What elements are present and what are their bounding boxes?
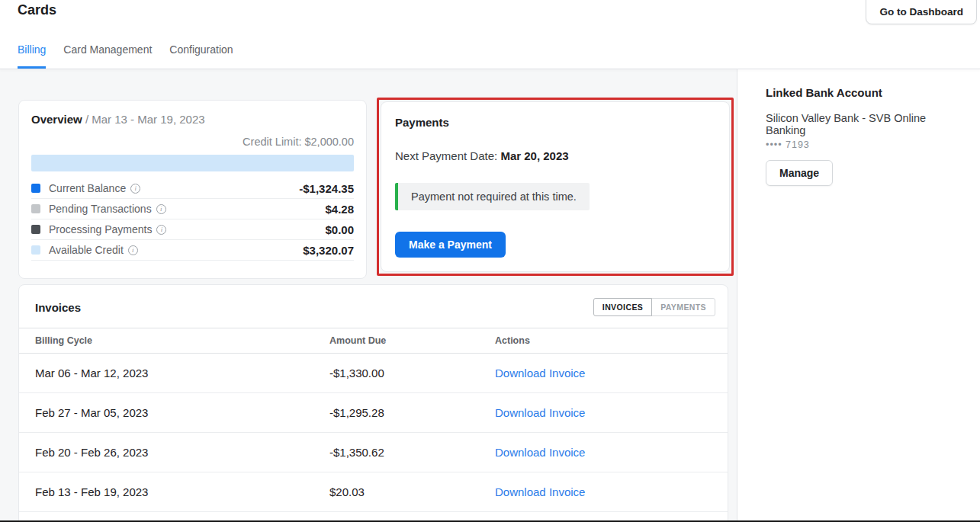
next-payment-date: Next Payment Date: Mar 20, 2023 [395,149,715,162]
invoice-row: Feb 13 - Feb 19, 2023 $20.03 Download In… [19,472,728,512]
tab-configuration[interactable]: Configuration [169,43,233,69]
account-number-mask: •••• 7193 [766,139,965,150]
overview-row-processing-payments: Processing Payments i $0.00 [31,219,354,240]
invoice-amount: -$1,330.00 [329,367,495,379]
invoice-row: Feb 20 - Feb 26, 2023 -$1,350.62 Downloa… [19,433,728,472]
download-invoice-link[interactable]: Download Invoice [495,485,715,498]
overview-row-value: $0.00 [325,223,354,236]
invoices-table-header: Billing Cycle Amount Due Actions [19,328,728,354]
next-payment-value: Mar 20, 2023 [500,149,568,162]
overview-row-value: $3,320.07 [303,244,354,257]
linked-bank-account-title: Linked Bank Account [766,86,965,99]
invoices-payments-toggle: INVOICES PAYMENTS [593,298,715,316]
available-credit-swatch [31,245,40,255]
invoice-amount: -$1,350.62 [329,446,495,459]
toggle-invoices[interactable]: INVOICES [593,298,652,316]
header-divider [0,69,980,69]
main-content: Overview / Mar 13 - Mar 19, 2023 Credit … [0,69,737,522]
info-icon[interactable]: i [128,245,138,255]
column-amount-due: Amount Due [329,335,495,346]
invoice-row: Feb 27 - Mar 05, 2023 -$1,295.28 Downloa… [19,393,728,433]
overview-row-label: Pending Transactions [49,203,152,215]
tab-card-management[interactable]: Card Management [63,43,152,69]
toggle-payments[interactable]: PAYMENTS [651,298,715,316]
overview-row-label: Current Balance [49,182,126,194]
info-icon[interactable]: i [156,204,166,214]
download-invoice-link[interactable]: Download Invoice [495,446,715,459]
info-icon[interactable]: i [130,184,140,194]
credit-limit-label: Credit Limit: $2,000.00 [31,136,354,148]
bank-name: Silicon Valley Bank - SVB Online Banking [766,112,965,136]
column-actions: Actions [495,335,715,346]
overview-title: Overview [31,113,82,126]
credit-usage-bar [31,155,354,171]
page-header: Cards Go to Dashboard Billing Card Manag… [0,0,980,69]
overview-period: / Mar 13 - Mar 19, 2023 [85,113,205,126]
overview-title-row: Overview / Mar 13 - Mar 19, 2023 [31,113,354,126]
payment-status-alert: Payment not required at this time. [395,183,590,210]
info-icon[interactable]: i [156,225,166,235]
overview-row-available-credit: Available Credit i $3,320.07 [31,240,354,261]
payments-card: Payments Next Payment Date: Mar 20, 2023… [381,101,730,272]
go-to-dashboard-button[interactable]: Go to Dashboard [866,0,977,24]
invoices-card: Invoices INVOICES PAYMENTS Billing Cycle… [18,284,728,522]
overview-row-label: Available Credit [49,244,124,256]
current-balance-swatch [31,184,40,193]
invoice-amount: $20.03 [329,485,495,498]
invoice-cycle: Mar 06 - Mar 12, 2023 [35,367,329,379]
tab-billing[interactable]: Billing [18,43,46,69]
invoice-cycle: Feb 13 - Feb 19, 2023 [35,485,329,498]
invoice-cycle: Feb 27 - Mar 05, 2023 [35,406,329,419]
processing-payments-swatch [31,225,40,234]
overview-row-current-balance: Current Balance i -$1,324.35 [31,178,354,199]
invoice-row: Mar 06 - Mar 12, 2023 -$1,330.00 Downloa… [19,354,728,393]
invoice-cycle: Feb 20 - Feb 26, 2023 [35,446,329,459]
payments-title: Payments [395,116,715,129]
invoices-title: Invoices [35,301,81,314]
overview-row-label: Processing Payments [49,223,152,235]
download-invoice-link[interactable]: Download Invoice [495,367,715,379]
make-a-payment-button[interactable]: Make a Payment [395,232,506,258]
manage-button[interactable]: Manage [766,160,833,186]
payments-highlight-border: Payments Next Payment Date: Mar 20, 2023… [377,98,734,276]
overview-row-value: -$1,324.35 [299,182,354,195]
pending-transactions-swatch [31,204,40,213]
invoice-amount: -$1,295.28 [329,406,495,419]
page-title: Cards [18,2,56,18]
overview-row-value: $4.28 [325,203,354,216]
overview-row-pending-transactions: Pending Transactions i $4.28 [31,199,354,219]
linked-bank-account-panel: Linked Bank Account Silicon Valley Bank … [737,69,980,522]
tab-bar: Billing Card Management Configuration [18,43,233,69]
download-invoice-link[interactable]: Download Invoice [495,406,715,419]
overview-rows: Current Balance i -$1,324.35 Pending Tra… [31,178,354,261]
overview-card: Overview / Mar 13 - Mar 19, 2023 Credit … [18,100,367,279]
next-payment-label: Next Payment Date: [395,149,500,162]
column-billing-cycle: Billing Cycle [35,335,329,346]
